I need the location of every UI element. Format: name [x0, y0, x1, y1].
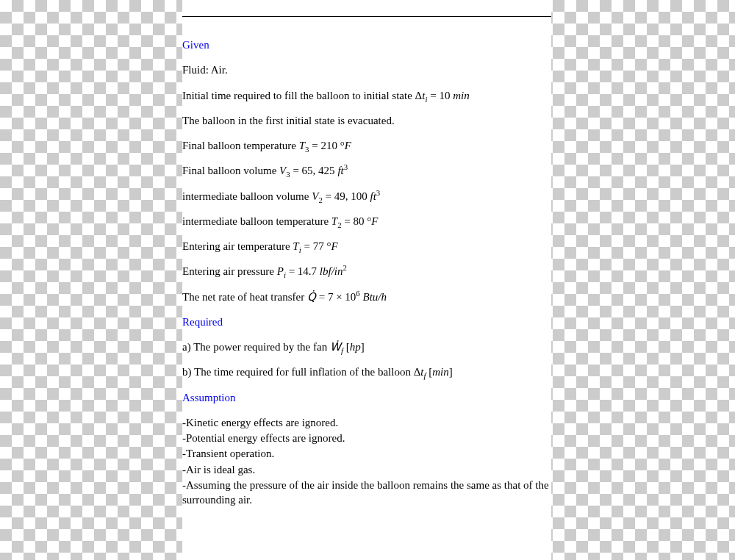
- value: = 14.7: [286, 265, 320, 277]
- given-evacuated: The balloon in the first initial state i…: [182, 113, 551, 128]
- unit: ft: [370, 190, 376, 202]
- required-b: b) The time required for full inflation …: [182, 365, 551, 379]
- given-t2: intermediate balloon temperature T2 = 80…: [182, 214, 551, 229]
- unit: ft: [337, 165, 343, 176]
- heading-required: Required: [182, 315, 551, 329]
- exponent: 6: [356, 289, 359, 298]
- bracket-open: [: [426, 366, 432, 378]
- given-t3: Final balloon temperature T3 = 210 °F: [182, 138, 551, 153]
- given-q: The net rate of heat transfer Q̇ = 7 × 1…: [182, 290, 551, 304]
- text: Final balloon temperature: [182, 140, 299, 151]
- given-pi: Entering air pressure Pi = 14.7 lbf/in2: [182, 264, 551, 279]
- symbol: V: [312, 190, 318, 202]
- symbol: P: [277, 265, 284, 277]
- text: The net rate of heat transfer: [182, 291, 307, 303]
- assumption-item: -Assuming the pressure of the air inside…: [182, 478, 551, 508]
- given-ti: Entering air temperature Ti = 77 °F: [182, 239, 551, 254]
- symbol: T: [293, 240, 298, 252]
- text: Final balloon volume: [182, 165, 279, 176]
- unit: lbf/in: [320, 265, 343, 277]
- unit: hp: [350, 341, 361, 353]
- given-v3: Final balloon volume V3 = 65, 425 ft3: [182, 163, 551, 178]
- value: = 80 °: [342, 215, 372, 227]
- bracket-open: [: [343, 341, 350, 353]
- symbol: Ẇ: [330, 341, 341, 353]
- exponent: 3: [344, 162, 348, 171]
- bracket-close: ]: [361, 341, 365, 353]
- assumption-item: -Transient operation.: [182, 446, 551, 461]
- value: = 49, 100: [323, 190, 370, 202]
- value: = 77 °: [301, 240, 331, 252]
- unit: min: [432, 366, 449, 378]
- unit: F: [331, 240, 337, 252]
- unit: min: [453, 90, 470, 101]
- content-block: Given Fluid: Air. Initial time required …: [182, 16, 551, 507]
- heading-assumption: Assumption: [182, 390, 551, 405]
- text: a) The power required by the fan: [182, 341, 330, 353]
- value: = 10: [427, 90, 453, 101]
- unit: F: [345, 140, 351, 151]
- heading-given: Given: [182, 37, 551, 52]
- exponent: 3: [376, 188, 380, 197]
- required-a: a) The power required by the fan Ẇf [hp]: [182, 340, 551, 354]
- assumption-list: -Kinetic energy effects are ignored. -Po…: [182, 415, 551, 508]
- bracket-close: ]: [449, 366, 453, 378]
- given-fluid: Fluid: Air.: [182, 62, 551, 77]
- text: intermediate balloon volume: [182, 190, 312, 202]
- unit: Btu/h: [363, 291, 387, 303]
- symbol: T: [331, 215, 337, 227]
- given-initial-time: Initial time required to fill the balloo…: [182, 88, 551, 103]
- text: b) The time required for full inflation …: [182, 366, 420, 378]
- text: intermediate balloon temperature: [182, 215, 331, 227]
- text: Entering air pressure: [182, 265, 277, 277]
- symbol: T: [299, 140, 305, 151]
- assumption-item: -Potential energy effects are ignored.: [182, 431, 551, 445]
- exponent: 2: [343, 263, 347, 272]
- page: Given Fluid: Air. Initial time required …: [182, 0, 551, 560]
- symbol: Q̇: [307, 291, 316, 303]
- value: = 210 °: [309, 140, 344, 151]
- text: Entering air temperature: [182, 240, 293, 252]
- unit: F: [371, 215, 378, 227]
- text: Initial time required to fill the balloo…: [182, 90, 422, 101]
- assumption-item: -Kinetic energy effects are ignored.: [182, 415, 551, 430]
- value: = 7 × 10: [316, 291, 356, 303]
- value: = 65, 425: [290, 165, 338, 176]
- assumption-item: -Air is ideal gas.: [182, 462, 551, 477]
- given-v2: intermediate balloon volume V2 = 49, 100…: [182, 189, 551, 204]
- symbol: V: [279, 165, 286, 176]
